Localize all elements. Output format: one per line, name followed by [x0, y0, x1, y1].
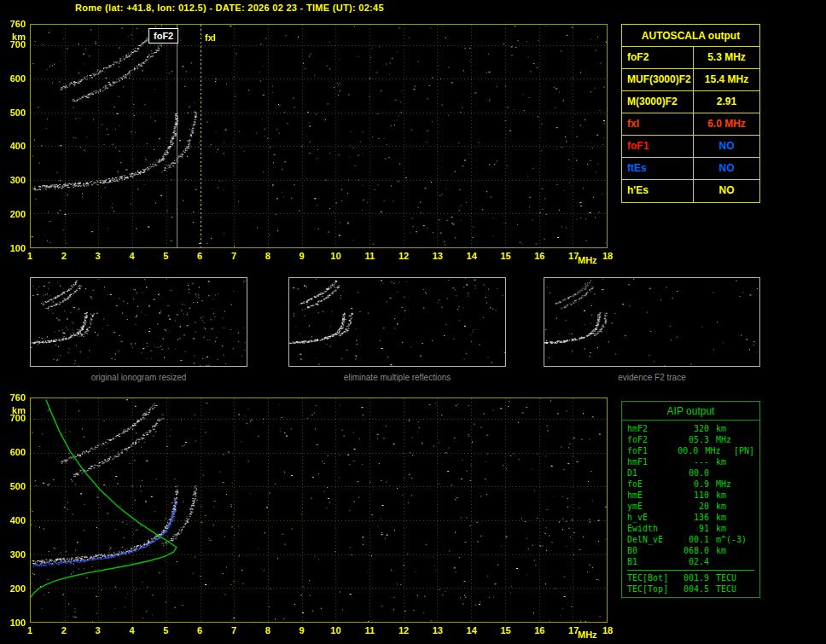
- autoscala-value: 6.0 MHz: [694, 113, 759, 135]
- aip-row: foF205.3MHz: [627, 434, 754, 445]
- y-axis-tick-label: 300: [0, 175, 26, 185]
- autoscala-value: NO: [694, 180, 759, 202]
- aip-unit: [709, 467, 745, 479]
- aip-row: foF100.0MHz[PN]: [627, 445, 754, 456]
- x-axis-tick-label: 9: [300, 251, 305, 261]
- x-axis-tick-label: 1: [27, 251, 32, 261]
- x-axis-tick-label: 2: [61, 625, 67, 635]
- ionogram-canvas-top: [31, 25, 607, 247]
- aip-val: 00.1: [678, 534, 709, 545]
- aip-extra: [745, 490, 748, 501]
- aip-extra: [745, 423, 748, 434]
- x-axis-tick-label: 16: [534, 625, 544, 635]
- aip-val: 001.9: [678, 572, 709, 583]
- aip-val: 20: [678, 501, 709, 512]
- y-axis-tick-label: 400: [0, 515, 26, 525]
- autoscala-value: 2.91: [694, 91, 759, 113]
- autoscala-row: fxI6.0 MHz: [622, 113, 759, 136]
- x-axis-unit-label: MHz: [578, 629, 597, 640]
- y-axis-tick-label: 200: [0, 209, 26, 219]
- x-axis-tick-label: 7: [231, 625, 236, 635]
- x-axis-tick-label: 16: [534, 251, 544, 261]
- thumbnail-caption-original: original ionogram resized: [30, 373, 247, 382]
- x-axis-tick-label: 14: [467, 251, 477, 261]
- x-axis-tick-label: 13: [433, 251, 443, 261]
- x-axis-tick-label: 15: [500, 251, 510, 261]
- autoscala-output-table: AUTOSCALA output foF25.3 MHzMUF(3000)F21…: [621, 24, 760, 203]
- y-axis-tick-label: 600: [0, 73, 26, 84]
- page-title: Rome (lat: +41.8, lon: 012.5) - DATE: 20…: [75, 3, 384, 13]
- aip-row: B0068.0km: [627, 545, 754, 556]
- thumbnail-canvas-evidence-f2: [544, 278, 759, 366]
- aip-output-table: AIP output hmF2320kmfoF205.3MHzfoF100.0M…: [621, 401, 760, 598]
- autoscala-table-title: AUTOSCALA output: [622, 25, 759, 47]
- aip-extra: [745, 523, 748, 534]
- aip-name: TEC[Top]: [627, 583, 678, 595]
- aip-val: 004.5: [678, 583, 709, 595]
- y-axis-tick-label: 100: [0, 243, 26, 253]
- aip-extra: [745, 545, 748, 556]
- aip-tec-rows: TEC[Bot]001.9TECUTEC[Top]004.5TECU: [627, 570, 754, 595]
- aip-extra: [PN]: [730, 445, 754, 456]
- aip-val: 00.0: [672, 445, 698, 456]
- aip-extra: [745, 583, 748, 595]
- aip-row: ymE20km: [627, 501, 754, 512]
- aip-val: 110: [678, 490, 709, 501]
- autoscala-param: ftEs: [622, 158, 694, 179]
- y-axis-tick-label: 760: [0, 19, 26, 29]
- autoscala-table-rows: foF25.3 MHzMUF(3000)F215.4 MHzM(3000)F22…: [622, 47, 759, 202]
- thumbnail-original-ionogram: [30, 277, 247, 367]
- y-axis-tick-label: 200: [0, 583, 26, 594]
- aip-name: hmE: [627, 490, 678, 501]
- aip-row: h_vE136km: [627, 512, 754, 523]
- aip-unit: km: [709, 501, 745, 512]
- x-axis-tick-label: 8: [265, 625, 270, 635]
- thumbnail-canvas-reflections: [289, 278, 505, 366]
- x-axis-tick-label: 13: [433, 625, 443, 635]
- autoscala-value: NO: [694, 136, 759, 157]
- y-axis-unit-label: km: [0, 405, 26, 415]
- aip-row: B102.4: [627, 556, 754, 567]
- fof2-label: foF2: [148, 28, 178, 44]
- x-axis-tick-label: 18: [602, 625, 613, 635]
- aip-extra: [745, 434, 748, 445]
- y-axis-tick-label: 500: [0, 107, 26, 118]
- aip-extra: [745, 467, 748, 479]
- autoscala-param: foF1: [622, 136, 694, 157]
- x-axis-tick-label: 2: [61, 251, 67, 261]
- aip-val: 0.9: [678, 479, 709, 490]
- x-axis-tick-label: 11: [364, 625, 375, 635]
- aip-unit: km: [709, 523, 745, 534]
- x-axis-tick-label: 15: [500, 625, 510, 635]
- fxi-label: fxI: [205, 32, 216, 43]
- aip-extra: [745, 572, 748, 583]
- aip-row: foE0.9MHz: [627, 479, 754, 490]
- x-axis-tick-label: 6: [197, 251, 202, 261]
- aip-row: TEC[Top]004.5TECU: [627, 583, 754, 595]
- x-axis-tick-label: 9: [300, 625, 305, 635]
- aip-val: 136: [678, 512, 709, 523]
- fof2-marker-line: [177, 25, 177, 247]
- x-axis-tick-label: 12: [398, 625, 409, 635]
- aip-extra: [745, 479, 748, 490]
- aip-table-rows: hmF2320kmfoF205.3MHzfoF100.0MHz[PN]hmF1-…: [622, 421, 759, 567]
- aip-row: D100.0: [627, 467, 754, 479]
- aip-row: DelN_vE00.1m^(-3): [627, 534, 754, 545]
- y-axis-tick-label: 760: [0, 392, 26, 403]
- thumbnail-canvas-original: [31, 278, 247, 366]
- aip-name: h_vE: [627, 512, 678, 523]
- aip-val: ---: [678, 456, 709, 467]
- autoscala-value: NO: [694, 158, 759, 179]
- ionogram-plot-top: foF2 fxI: [30, 24, 608, 248]
- autoscala-value: 5.3 MHz: [694, 47, 759, 68]
- thumbnail-eliminate-reflections: [288, 277, 506, 367]
- y-axis-tick-label: 100: [0, 618, 26, 628]
- x-axis-tick-label: 4: [129, 251, 134, 261]
- aip-name: hmF1: [627, 456, 678, 467]
- autoscala-row: foF25.3 MHz: [622, 47, 759, 69]
- thumbnail-caption-reflections: eliminate multiple reflections: [288, 373, 506, 382]
- aip-name: foE: [627, 479, 678, 490]
- aip-name: foF1: [627, 445, 672, 456]
- aip-unit: km: [709, 423, 745, 434]
- aip-unit: TECU: [709, 572, 745, 583]
